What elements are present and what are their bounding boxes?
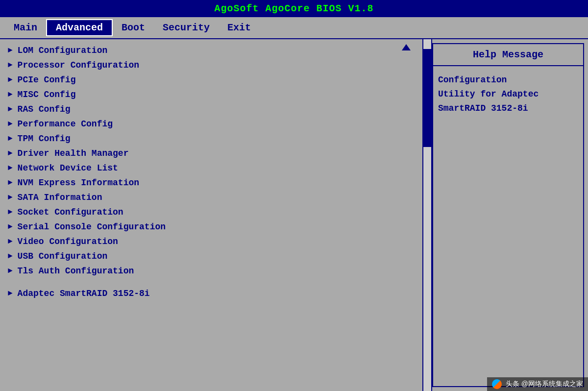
menu-item-label: PCIe Config	[18, 75, 76, 85]
menu-item-label: LOM Configuration	[18, 46, 108, 55]
arrow-icon: ►	[8, 90, 13, 99]
bios-title: AgoSoft AgoCore BIOS V1.8	[214, 3, 373, 14]
menu-item-label: SATA Information	[18, 193, 102, 202]
menu-tab-boot[interactable]: Boot	[113, 20, 154, 35]
menu-item-4[interactable]: ►RAS Config	[0, 102, 422, 117]
bios-screen: AgoSoft AgoCore BIOS V1.8 MainAdvancedBo…	[0, 0, 588, 391]
help-line: Configuration	[438, 73, 578, 87]
separator-item-label: Adaptec SmartRAID 3152-8i	[18, 289, 150, 298]
menu-item-9[interactable]: ►NVM Express Information	[0, 175, 422, 190]
arrow-icon: ►	[8, 193, 13, 202]
menu-item-label: Processor Configuration	[18, 60, 139, 70]
arrow-icon: ►	[8, 289, 13, 298]
menu-tab-exit[interactable]: Exit	[219, 20, 260, 35]
watermark-icon	[492, 379, 502, 389]
menu-item-5[interactable]: ►Performance Config	[0, 117, 422, 131]
arrow-icon: ►	[8, 105, 13, 114]
menu-item-3[interactable]: ►MISC Config	[0, 87, 422, 102]
menu-item-label: Driver Health Manager	[18, 148, 129, 158]
arrow-icon: ►	[8, 267, 13, 275]
scrollbar[interactable]	[422, 39, 432, 391]
arrow-icon: ►	[8, 252, 13, 261]
arrow-icon: ►	[8, 164, 13, 172]
arrow-icon: ►	[8, 134, 13, 143]
menu-item-2[interactable]: ►PCIe Config	[0, 73, 422, 87]
arrow-icon: ►	[8, 178, 13, 187]
arrow-icon: ►	[8, 208, 13, 217]
menu-item-13[interactable]: ►Video Configuration	[0, 234, 422, 249]
separator-item-0[interactable]: ►Adaptec SmartRAID 3152-8i	[0, 286, 422, 301]
arrow-icon: ►	[8, 120, 13, 128]
menu-item-8[interactable]: ►Network Device List	[0, 161, 422, 175]
scrollbar-thumb[interactable]	[423, 49, 431, 147]
arrow-icon: ►	[8, 75, 13, 84]
help-title: Help Message	[433, 44, 583, 66]
arrow-icon: ►	[8, 61, 13, 70]
menu-item-label: Performance Config	[18, 119, 113, 129]
help-line: SmartRAID 3152-8i	[438, 101, 578, 116]
scrollbar-track[interactable]	[423, 39, 431, 391]
menu-item-1[interactable]: ►Processor Configuration	[0, 58, 422, 73]
menu-separator	[0, 278, 422, 286]
menu-item-15[interactable]: ►Tls Auth Configuration	[0, 264, 422, 278]
menu-item-12[interactable]: ►Serial Console Configuration	[0, 220, 422, 234]
menu-content: ►LOM Configuration►Processor Configurati…	[0, 39, 422, 391]
menu-item-label: Socket Configuration	[18, 207, 123, 217]
menu-tab-main[interactable]: Main	[5, 20, 46, 35]
menu-item-label: RAS Config	[18, 104, 71, 114]
help-line: Utility for Adaptec	[438, 87, 578, 101]
arrow-icon: ►	[8, 237, 13, 246]
menu-item-label: USB Configuration	[18, 251, 108, 261]
menu-item-7[interactable]: ►Driver Health Manager	[0, 146, 422, 161]
menu-item-label: Video Configuration	[18, 237, 118, 246]
arrow-icon: ►	[8, 46, 13, 55]
menu-item-label: Tls Auth Configuration	[18, 266, 134, 276]
arrow-icon: ►	[8, 222, 13, 231]
left-container: ►LOM Configuration►Processor Configurati…	[0, 39, 432, 391]
menu-tab-security[interactable]: Security	[154, 20, 219, 35]
menu-item-14[interactable]: ►USB Configuration	[0, 249, 422, 264]
menu-item-0[interactable]: ►LOM Configuration	[0, 43, 422, 58]
menu-item-label: TPM Config	[18, 134, 71, 144]
menu-item-label: Serial Console Configuration	[18, 222, 166, 232]
watermark: 头条 @网络系统集成之家	[487, 377, 588, 391]
content-area: ►LOM Configuration►Processor Configurati…	[0, 39, 588, 391]
menu-item-10[interactable]: ►SATA Information	[0, 190, 422, 205]
help-content: ConfigurationUtility for AdaptecSmartRAI…	[433, 66, 583, 122]
menu-bar: MainAdvancedBootSecurityExit	[0, 17, 588, 39]
arrow-icon: ►	[8, 149, 13, 158]
menu-item-6[interactable]: ►TPM Config	[0, 131, 422, 146]
menu-tab-advanced[interactable]: Advanced	[46, 19, 113, 36]
scroll-up-arrow	[402, 44, 411, 50]
watermark-text: 头条 @网络系统集成之家	[506, 380, 583, 389]
menu-item-11[interactable]: ►Socket Configuration	[0, 205, 422, 220]
menu-item-label: MISC Config	[18, 90, 76, 99]
title-bar: AgoSoft AgoCore BIOS V1.8	[0, 0, 588, 17]
menu-item-label: NVM Express Information	[18, 178, 139, 188]
menu-item-label: Network Device List	[18, 163, 118, 173]
help-panel: Help Message ConfigurationUtility for Ad…	[432, 43, 584, 387]
